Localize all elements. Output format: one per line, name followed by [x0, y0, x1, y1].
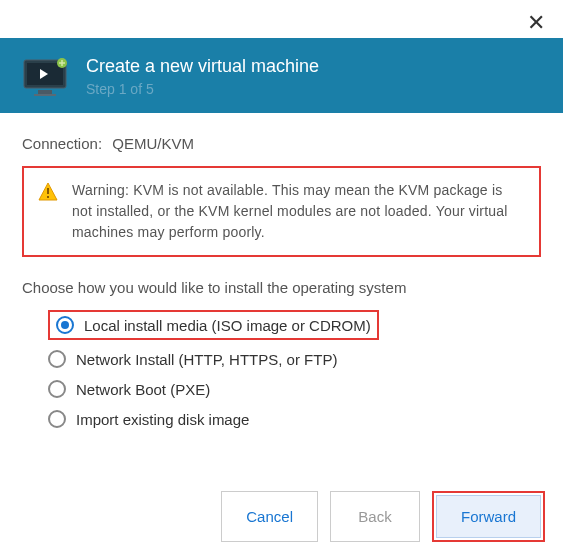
connection-row: Connection: QEMU/KVM — [22, 135, 541, 152]
svg-rect-4 — [34, 94, 56, 96]
forward-button[interactable]: Forward — [436, 495, 541, 538]
radio-label: Import existing disk image — [76, 411, 249, 428]
radio-local-install[interactable]: Local install media (ISO image or CDROM) — [48, 310, 379, 340]
radio-label: Network Install (HTTP, HTTPS, or FTP) — [76, 351, 337, 368]
warning-text: Warning: KVM is not available. This may … — [72, 180, 525, 243]
radio-button-icon — [48, 350, 66, 368]
radio-button-icon — [48, 380, 66, 398]
dialog-header: Create a new virtual machine Step 1 of 5 — [0, 38, 563, 113]
back-button[interactable]: Back — [330, 491, 420, 542]
warning-icon — [38, 182, 58, 202]
radio-network-boot[interactable]: Network Boot (PXE) — [48, 380, 541, 398]
dialog-content: Connection: QEMU/KVM Warning: KVM is not… — [0, 113, 563, 450]
radio-network-install[interactable]: Network Install (HTTP, HTTPS, or FTP) — [48, 350, 541, 368]
choose-label: Choose how you would like to install the… — [22, 279, 541, 296]
header-text-group: Create a new virtual machine Step 1 of 5 — [86, 56, 541, 97]
dialog-footer: Cancel Back Forward — [221, 491, 545, 542]
radio-import-disk[interactable]: Import existing disk image — [48, 410, 541, 428]
connection-value: QEMU/KVM — [112, 135, 194, 152]
cancel-button[interactable]: Cancel — [221, 491, 318, 542]
radio-button-icon — [56, 316, 74, 334]
radio-label: Network Boot (PXE) — [76, 381, 210, 398]
connection-label: Connection: — [22, 135, 102, 152]
monitor-icon — [22, 58, 68, 96]
svg-rect-8 — [47, 196, 49, 198]
dialog-title: Create a new virtual machine — [86, 56, 541, 77]
warning-box: Warning: KVM is not available. This may … — [22, 166, 541, 257]
install-method-group: Local install media (ISO image or CDROM)… — [22, 310, 541, 428]
forward-highlight: Forward — [432, 491, 545, 542]
svg-rect-3 — [38, 90, 52, 94]
radio-label: Local install media (ISO image or CDROM) — [84, 317, 371, 334]
radio-button-icon — [48, 410, 66, 428]
close-icon: ✕ — [527, 10, 545, 35]
step-indicator: Step 1 of 5 — [86, 81, 541, 97]
close-button[interactable]: ✕ — [527, 12, 545, 34]
svg-rect-7 — [47, 188, 49, 194]
